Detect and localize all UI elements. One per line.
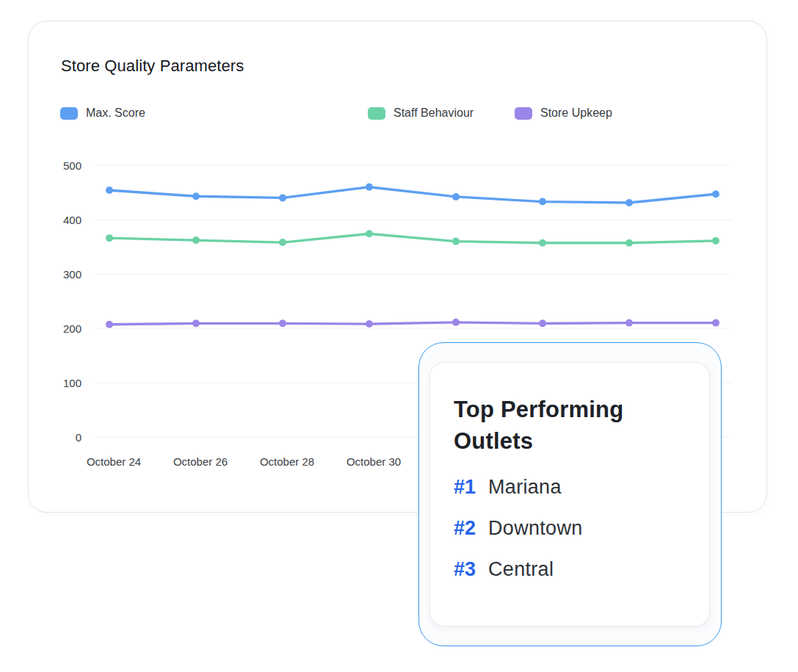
outlet-rank-row-1: #1 Mariana	[454, 476, 686, 499]
outlet-name-1: Mariana	[488, 476, 562, 499]
legend-swatch-max-score	[60, 107, 78, 120]
svg-text:0: 0	[76, 431, 81, 444]
svg-text:300: 300	[63, 268, 81, 281]
outlet-rank-row-3: #3 Central	[454, 558, 686, 581]
rank-badge-1: #1	[454, 476, 476, 499]
svg-text:200: 200	[63, 322, 81, 335]
legend-label-staff-behaviour: Staff Behaviour	[393, 106, 474, 120]
rank-badge-3: #3	[454, 558, 476, 581]
outlets-card-title: Top Performing Outlets	[454, 394, 681, 457]
legend-item-staff-behaviour[interactable]: Staff Behaviour	[368, 106, 474, 120]
legend-swatch-staff-behaviour	[368, 107, 385, 120]
svg-text:October 26: October 26	[173, 455, 228, 468]
legend-label-max-score: Max. Score	[86, 106, 145, 120]
legend-item-max-score[interactable]: Max. Score	[60, 106, 145, 120]
outlet-rank-list: #1 Mariana #2 Downtown #3 Central	[454, 476, 686, 581]
svg-text:October 24: October 24	[87, 455, 141, 468]
outlet-name-3: Central	[488, 558, 554, 581]
outlet-name-2: Downtown	[488, 517, 582, 540]
chart-title: Store Quality Parameters	[61, 57, 244, 76]
svg-text:500: 500	[63, 159, 81, 172]
legend-label-store-upkeep: Store Upkeep	[540, 106, 612, 120]
legend-item-store-upkeep[interactable]: Store Upkeep	[515, 106, 612, 120]
svg-text:400: 400	[63, 214, 81, 226]
svg-text:100: 100	[63, 377, 81, 389]
svg-text:October 28: October 28	[260, 455, 314, 468]
svg-text:October 30: October 30	[347, 455, 401, 468]
top-performing-outlets-card: Top Performing Outlets #1 Mariana #2 Dow…	[418, 342, 722, 646]
legend-swatch-store-upkeep	[515, 107, 532, 120]
rank-badge-2: #2	[454, 517, 476, 540]
top-performing-outlets-inner: Top Performing Outlets #1 Mariana #2 Dow…	[429, 362, 710, 626]
chart-legend: Max. Score Staff Behaviour Store Upkeep	[29, 106, 766, 124]
outlet-rank-row-2: #2 Downtown	[454, 517, 686, 540]
